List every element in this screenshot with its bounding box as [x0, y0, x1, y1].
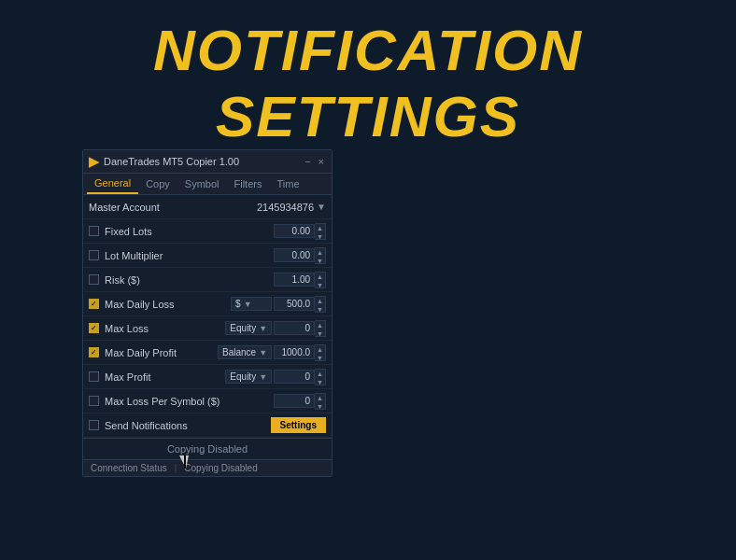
fixed-lots-up[interactable]: ▲	[315, 224, 325, 232]
tab-symbol[interactable]: Symbol	[177, 174, 227, 194]
risk-arrows: ▲ ▼	[315, 272, 326, 288]
max-loss-row: Max Loss Equity ▼ 0 ▲ ▼	[83, 316, 332, 341]
max-daily-loss-input[interactable]: 500.0	[274, 297, 315, 311]
max-profit-label: Max Profit	[105, 371, 219, 383]
max-daily-profit-dropdown[interactable]: Balance ▼	[218, 345, 272, 359]
max-daily-profit-right: Balance ▼ 1000.0 ▲ ▼	[218, 344, 326, 361]
max-loss-per-symbol-spin[interactable]: 0 ▲ ▼	[274, 393, 326, 410]
max-daily-loss-dropdown[interactable]: $ ▼	[231, 297, 272, 311]
max-daily-loss-checkbox[interactable]	[89, 299, 99, 309]
max-daily-loss-spin[interactable]: 500.0 ▲ ▼	[274, 296, 326, 313]
max-loss-per-symbol-arrows: ▲ ▼	[315, 393, 326, 410]
close-button[interactable]: ×	[317, 156, 326, 167]
max-daily-profit-checkbox[interactable]	[89, 347, 99, 357]
status-bar: Connection Status | Copying Disabled	[83, 459, 332, 476]
max-daily-profit-spin[interactable]: 1000.0 ▲ ▼	[274, 344, 326, 361]
risk-right: 1.00 ▲ ▼	[274, 272, 326, 288]
fixed-lots-arrows: ▲ ▼	[315, 223, 326, 240]
lot-multiplier-up[interactable]: ▲	[315, 248, 325, 257]
lot-multiplier-checkbox[interactable]	[89, 250, 99, 260]
risk-checkbox[interactable]	[89, 274, 99, 285]
app-window: ▶ DaneTrades MT5 Copier 1.00 − × General…	[82, 149, 333, 477]
fixed-lots-row: Fixed Lots 0.00 ▲ ▼	[83, 219, 332, 244]
settings-button[interactable]: Settings	[271, 417, 326, 433]
max-daily-profit-input[interactable]: 1000.0	[274, 345, 315, 359]
max-loss-per-symbol-right: 0 ▲ ▼	[274, 393, 326, 410]
tab-copy[interactable]: Copy	[138, 174, 177, 194]
max-loss-spin[interactable]: 0 ▲ ▼	[274, 320, 326, 337]
app-icon: ▶	[89, 154, 99, 169]
max-loss-per-symbol-label: Max Loss Per Symbol ($)	[105, 396, 268, 407]
tab-filters[interactable]: Filters	[227, 174, 270, 194]
max-daily-loss-arrows: ▲ ▼	[315, 296, 326, 313]
status-separator: |	[175, 463, 177, 473]
master-account-arrow: ▼	[317, 202, 326, 212]
max-profit-row: Max Profit Equity ▼ 0 ▲ ▼	[83, 365, 332, 389]
send-notifications-checkbox[interactable]	[89, 420, 99, 430]
max-daily-loss-down[interactable]: ▼	[315, 305, 325, 314]
lot-multiplier-input[interactable]: 0.00	[274, 248, 315, 262]
max-loss-per-symbol-row: Max Loss Per Symbol ($) 0 ▲ ▼	[83, 389, 332, 413]
max-loss-per-symbol-up[interactable]: ▲	[315, 394, 325, 402]
send-notifications-row: Send Notifications Settings	[83, 413, 332, 438]
max-daily-profit-arrows: ▲ ▼	[315, 344, 326, 361]
max-profit-spin[interactable]: 0 ▲ ▼	[274, 369, 326, 385]
tab-time[interactable]: Time	[269, 174, 306, 194]
max-loss-per-symbol-checkbox[interactable]	[89, 396, 99, 406]
max-loss-checkbox[interactable]	[89, 323, 99, 333]
master-account-select[interactable]: 2145934876 ▼	[257, 202, 326, 213]
max-loss-per-symbol-input[interactable]: 0	[274, 394, 315, 408]
max-daily-profit-up[interactable]: ▲	[315, 345, 325, 354]
connection-status-label: Connection Status	[91, 463, 167, 473]
status-value: Copying Disabled	[184, 463, 257, 473]
max-daily-profit-row: Max Daily Profit Balance ▼ 1000.0 ▲ ▼	[83, 341, 332, 365]
window-title: DaneTrades MT5 Copier 1.00	[104, 156, 239, 167]
minimize-button[interactable]: −	[303, 156, 312, 167]
max-daily-profit-down[interactable]: ▼	[315, 354, 325, 362]
risk-input[interactable]: 1.00	[274, 273, 315, 287]
page-title: NOTIFICATION SETTINGS	[0, 0, 736, 149]
send-notifications-label: Send Notifications	[105, 420, 265, 431]
master-account-row: Master Account 2145934876 ▼	[83, 195, 332, 219]
max-loss-right: Equity ▼ 0 ▲ ▼	[225, 320, 326, 337]
fixed-lots-down[interactable]: ▼	[315, 232, 325, 241]
max-daily-loss-row: Max Daily Loss $ ▼ 500.0 ▲ ▼	[83, 292, 332, 316]
lot-multiplier-arrows: ▲ ▼	[315, 247, 326, 264]
lot-multiplier-row: Lot Multiplier 0.00 ▲ ▼	[83, 244, 332, 268]
max-profit-checkbox[interactable]	[89, 371, 99, 382]
copying-bar: Copying Disabled	[83, 438, 332, 459]
content-area: Master Account 2145934876 ▼ Fixed Lots 0…	[83, 195, 332, 459]
max-profit-arrows: ▲ ▼	[315, 369, 326, 385]
max-profit-up[interactable]: ▲	[315, 370, 325, 378]
max-profit-right: Equity ▼ 0 ▲ ▼	[225, 369, 326, 385]
lot-multiplier-down[interactable]: ▼	[315, 257, 325, 265]
lot-multiplier-label: Lot Multiplier	[105, 250, 268, 261]
max-loss-input[interactable]: 0	[274, 321, 315, 335]
fixed-lots-right: 0.00 ▲ ▼	[274, 223, 326, 240]
fixed-lots-spin[interactable]: 0.00 ▲ ▼	[274, 223, 326, 240]
max-loss-per-symbol-down[interactable]: ▼	[315, 402, 325, 411]
title-bar-controls: − ×	[303, 156, 326, 167]
max-loss-arrows: ▲ ▼	[315, 320, 326, 337]
max-profit-down[interactable]: ▼	[315, 378, 325, 386]
fixed-lots-input[interactable]: 0.00	[274, 224, 315, 238]
risk-down[interactable]: ▼	[315, 281, 325, 289]
max-loss-label: Max Loss	[105, 323, 219, 334]
max-loss-dropdown[interactable]: Equity ▼	[225, 321, 272, 335]
title-bar-left: ▶ DaneTrades MT5 Copier 1.00	[89, 154, 239, 169]
tab-general[interactable]: General	[87, 174, 138, 194]
copying-bar-text: Copying Disabled	[167, 443, 248, 455]
title-bar: ▶ DaneTrades MT5 Copier 1.00 − ×	[83, 150, 332, 174]
max-profit-input[interactable]: 0	[274, 370, 315, 384]
fixed-lots-label: Fixed Lots	[105, 226, 268, 237]
master-account-value: 2145934876	[257, 202, 314, 213]
risk-spin[interactable]: 1.00 ▲ ▼	[274, 272, 326, 288]
risk-up[interactable]: ▲	[315, 273, 325, 281]
max-profit-dropdown[interactable]: Equity ▼	[225, 370, 272, 384]
lot-multiplier-spin[interactable]: 0.00 ▲ ▼	[274, 247, 326, 264]
fixed-lots-checkbox[interactable]	[89, 226, 99, 236]
max-daily-loss-up[interactable]: ▲	[315, 297, 325, 305]
max-loss-down[interactable]: ▼	[315, 329, 325, 338]
max-daily-loss-label: Max Daily Loss	[105, 299, 225, 310]
max-loss-up[interactable]: ▲	[315, 321, 325, 329]
